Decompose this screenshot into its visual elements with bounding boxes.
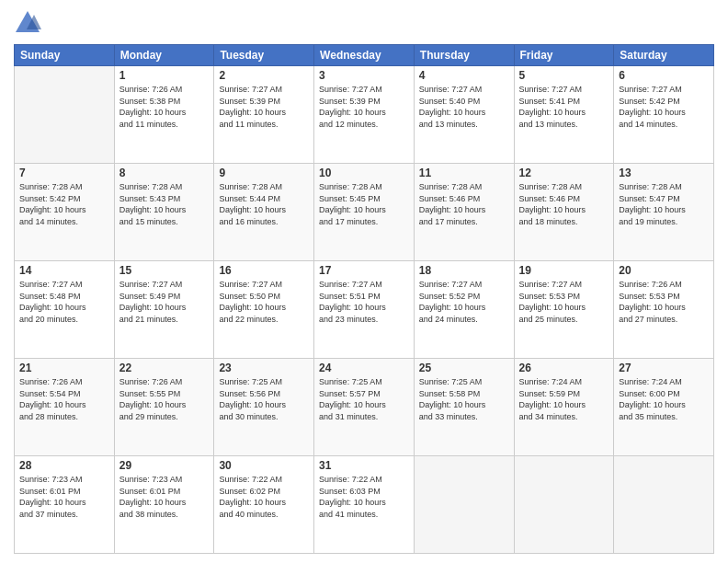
day-info: Sunrise: 7:27 AM Sunset: 5:40 PM Dayligh… <box>419 84 509 130</box>
day-number: 21 <box>19 362 109 374</box>
day-info: Sunrise: 7:25 AM Sunset: 5:57 PM Dayligh… <box>319 376 409 422</box>
day-info: Sunrise: 7:27 AM Sunset: 5:39 PM Dayligh… <box>219 84 309 130</box>
calendar-cell: 22Sunrise: 7:26 AM Sunset: 5:55 PM Dayli… <box>114 359 214 456</box>
day-info: Sunrise: 7:28 AM Sunset: 5:44 PM Dayligh… <box>219 181 309 227</box>
page: SundayMondayTuesdayWednesdayThursdayFrid… <box>0 0 728 563</box>
day-number: 25 <box>419 362 509 374</box>
day-number: 24 <box>319 362 409 374</box>
calendar-cell: 9Sunrise: 7:28 AM Sunset: 5:44 PM Daylig… <box>214 164 314 261</box>
weekday-header-thursday: Thursday <box>414 45 514 66</box>
weekday-header-tuesday: Tuesday <box>214 45 314 66</box>
calendar-cell: 24Sunrise: 7:25 AM Sunset: 5:57 PM Dayli… <box>314 359 415 456</box>
day-info: Sunrise: 7:26 AM Sunset: 5:55 PM Dayligh… <box>119 376 210 422</box>
calendar-cell <box>514 456 614 554</box>
day-info: Sunrise: 7:26 AM Sunset: 5:38 PM Dayligh… <box>119 84 210 130</box>
day-number: 18 <box>419 264 509 277</box>
day-number: 8 <box>119 167 210 179</box>
day-info: Sunrise: 7:23 AM Sunset: 6:01 PM Dayligh… <box>19 474 109 520</box>
calendar-cell: 16Sunrise: 7:27 AM Sunset: 5:50 PM Dayli… <box>214 261 314 359</box>
calendar-cell: 31Sunrise: 7:22 AM Sunset: 6:03 PM Dayli… <box>314 456 415 554</box>
calendar-cell: 10Sunrise: 7:28 AM Sunset: 5:45 PM Dayli… <box>314 164 415 261</box>
day-info: Sunrise: 7:28 AM Sunset: 5:45 PM Dayligh… <box>319 181 409 227</box>
day-number: 15 <box>119 264 210 277</box>
calendar-cell: 12Sunrise: 7:28 AM Sunset: 5:46 PM Dayli… <box>514 164 614 261</box>
day-number: 29 <box>119 459 210 472</box>
day-info: Sunrise: 7:28 AM Sunset: 5:42 PM Dayligh… <box>19 181 109 227</box>
day-info: Sunrise: 7:27 AM Sunset: 5:51 PM Dayligh… <box>319 279 409 325</box>
day-number: 11 <box>419 167 509 179</box>
weekday-header-wednesday: Wednesday <box>314 45 415 66</box>
calendar-cell: 21Sunrise: 7:26 AM Sunset: 5:54 PM Dayli… <box>15 359 115 456</box>
day-number: 16 <box>219 264 309 277</box>
day-info: Sunrise: 7:25 AM Sunset: 5:58 PM Dayligh… <box>419 376 509 422</box>
day-number: 4 <box>419 69 509 82</box>
calendar-cell: 19Sunrise: 7:27 AM Sunset: 5:53 PM Dayli… <box>514 261 614 359</box>
day-info: Sunrise: 7:26 AM Sunset: 5:54 PM Dayligh… <box>19 376 109 422</box>
day-number: 12 <box>519 167 609 179</box>
logo-icon <box>14 9 41 37</box>
calendar-cell <box>15 66 115 164</box>
day-number: 30 <box>219 459 309 472</box>
weekday-header-monday: Monday <box>114 45 214 66</box>
calendar-cell: 27Sunrise: 7:24 AM Sunset: 6:00 PM Dayli… <box>614 359 714 456</box>
day-info: Sunrise: 7:27 AM Sunset: 5:48 PM Dayligh… <box>19 279 109 325</box>
day-info: Sunrise: 7:27 AM Sunset: 5:41 PM Dayligh… <box>519 84 609 130</box>
day-info: Sunrise: 7:27 AM Sunset: 5:50 PM Dayligh… <box>219 279 309 325</box>
day-info: Sunrise: 7:27 AM Sunset: 5:42 PM Dayligh… <box>619 84 709 130</box>
weekday-header-friday: Friday <box>514 45 614 66</box>
day-info: Sunrise: 7:28 AM Sunset: 5:47 PM Dayligh… <box>619 181 709 227</box>
calendar-cell: 17Sunrise: 7:27 AM Sunset: 5:51 PM Dayli… <box>314 261 415 359</box>
calendar-cell: 29Sunrise: 7:23 AM Sunset: 6:01 PM Dayli… <box>114 456 214 554</box>
calendar-cell: 5Sunrise: 7:27 AM Sunset: 5:41 PM Daylig… <box>514 66 614 164</box>
day-info: Sunrise: 7:27 AM Sunset: 5:53 PM Dayligh… <box>519 279 609 325</box>
day-info: Sunrise: 7:22 AM Sunset: 6:03 PM Dayligh… <box>319 474 409 520</box>
calendar-cell: 18Sunrise: 7:27 AM Sunset: 5:52 PM Dayli… <box>414 261 514 359</box>
logo <box>14 9 45 37</box>
day-info: Sunrise: 7:23 AM Sunset: 6:01 PM Dayligh… <box>119 474 210 520</box>
day-info: Sunrise: 7:28 AM Sunset: 5:43 PM Dayligh… <box>119 181 210 227</box>
calendar-table: SundayMondayTuesdayWednesdayThursdayFrid… <box>14 44 714 554</box>
day-info: Sunrise: 7:25 AM Sunset: 5:56 PM Dayligh… <box>219 376 309 422</box>
weekday-header-saturday: Saturday <box>614 45 714 66</box>
day-number: 26 <box>519 362 609 374</box>
day-number: 20 <box>619 264 709 277</box>
calendar-cell: 11Sunrise: 7:28 AM Sunset: 5:46 PM Dayli… <box>414 164 514 261</box>
calendar-cell: 13Sunrise: 7:28 AM Sunset: 5:47 PM Dayli… <box>614 164 714 261</box>
day-number: 23 <box>219 362 309 374</box>
calendar-cell: 20Sunrise: 7:26 AM Sunset: 5:53 PM Dayli… <box>614 261 714 359</box>
day-number: 19 <box>519 264 609 277</box>
day-number: 7 <box>19 167 109 179</box>
day-number: 3 <box>319 69 409 82</box>
calendar-cell: 25Sunrise: 7:25 AM Sunset: 5:58 PM Dayli… <box>414 359 514 456</box>
calendar-cell <box>614 456 714 554</box>
day-number: 14 <box>19 264 109 277</box>
calendar-cell: 1Sunrise: 7:26 AM Sunset: 5:38 PM Daylig… <box>114 66 214 164</box>
day-number: 10 <box>319 167 409 179</box>
day-number: 31 <box>319 459 409 472</box>
day-number: 2 <box>219 69 309 82</box>
day-info: Sunrise: 7:28 AM Sunset: 5:46 PM Dayligh… <box>419 181 509 227</box>
day-info: Sunrise: 7:27 AM Sunset: 5:52 PM Dayligh… <box>419 279 509 325</box>
day-number: 5 <box>519 69 609 82</box>
calendar-cell: 14Sunrise: 7:27 AM Sunset: 5:48 PM Dayli… <box>15 261 115 359</box>
header <box>14 9 714 37</box>
calendar-cell <box>414 456 514 554</box>
calendar-cell: 4Sunrise: 7:27 AM Sunset: 5:40 PM Daylig… <box>414 66 514 164</box>
day-info: Sunrise: 7:24 AM Sunset: 6:00 PM Dayligh… <box>619 376 709 422</box>
calendar-cell: 23Sunrise: 7:25 AM Sunset: 5:56 PM Dayli… <box>214 359 314 456</box>
day-info: Sunrise: 7:22 AM Sunset: 6:02 PM Dayligh… <box>219 474 309 520</box>
day-info: Sunrise: 7:28 AM Sunset: 5:46 PM Dayligh… <box>519 181 609 227</box>
calendar-cell: 2Sunrise: 7:27 AM Sunset: 5:39 PM Daylig… <box>214 66 314 164</box>
day-number: 27 <box>619 362 709 374</box>
day-number: 9 <box>219 167 309 179</box>
calendar-cell: 15Sunrise: 7:27 AM Sunset: 5:49 PM Dayli… <box>114 261 214 359</box>
calendar-cell: 8Sunrise: 7:28 AM Sunset: 5:43 PM Daylig… <box>114 164 214 261</box>
day-number: 6 <box>619 69 709 82</box>
calendar-cell: 7Sunrise: 7:28 AM Sunset: 5:42 PM Daylig… <box>15 164 115 261</box>
calendar-cell: 6Sunrise: 7:27 AM Sunset: 5:42 PM Daylig… <box>614 66 714 164</box>
day-info: Sunrise: 7:26 AM Sunset: 5:53 PM Dayligh… <box>619 279 709 325</box>
calendar-cell: 26Sunrise: 7:24 AM Sunset: 5:59 PM Dayli… <box>514 359 614 456</box>
day-number: 28 <box>19 459 109 472</box>
calendar-cell: 3Sunrise: 7:27 AM Sunset: 5:39 PM Daylig… <box>314 66 415 164</box>
day-number: 1 <box>119 69 210 82</box>
